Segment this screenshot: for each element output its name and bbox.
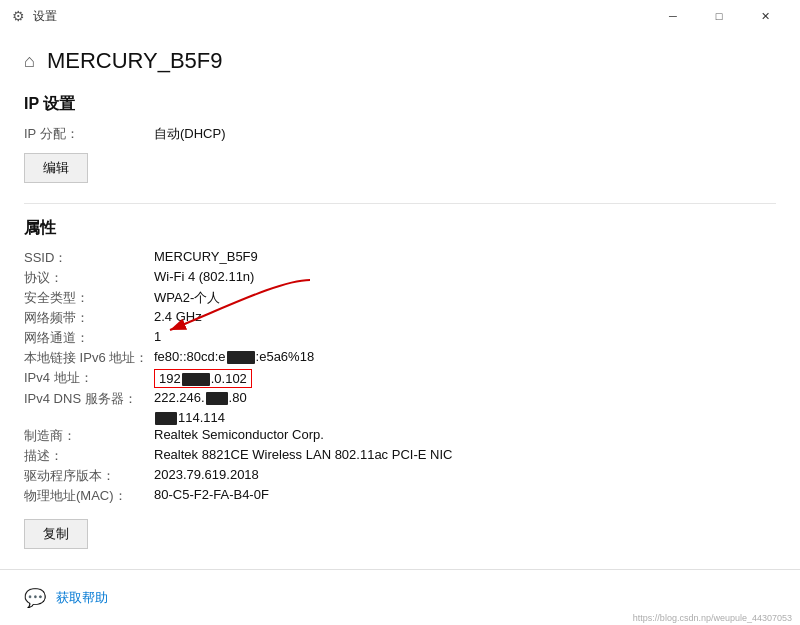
ipv6-label: 本地链接 IPv6 地址： xyxy=(24,349,154,367)
ipv6-row: 本地链接 IPv6 地址： fe80::80cd:e:e5a6%18 xyxy=(24,349,776,367)
protocol-row: 协议： Wi-Fi 4 (802.11n) xyxy=(24,269,776,287)
ssid-label: SSID： xyxy=(24,249,154,267)
channel-label: 网络通道： xyxy=(24,329,154,347)
ipv4-row: IPv4 地址： 192.0.102 xyxy=(24,369,776,388)
footer-bar: 💬 获取帮助 xyxy=(0,569,800,625)
security-label: 安全类型： xyxy=(24,289,154,307)
copy-button[interactable]: 复制 xyxy=(24,519,88,549)
help-icon: 💬 xyxy=(24,587,46,609)
protocol-label: 协议： xyxy=(24,269,154,287)
divider-1 xyxy=(24,203,776,204)
manufacturer-value: Realtek Semiconductor Corp. xyxy=(154,427,324,442)
settings-icon: ⚙ xyxy=(12,8,25,24)
title-bar: ⚙ 设置 ─ □ ✕ xyxy=(0,0,800,32)
ip-settings-section: IP 设置 IP 分配： 自动(DHCP) 编辑 xyxy=(24,94,776,183)
ipv4-highlight-box: 192.0.102 xyxy=(154,369,252,388)
band-row: 网络频带： 2.4 GHz xyxy=(24,309,776,327)
ip-allocation-row: IP 分配： 自动(DHCP) xyxy=(24,125,776,143)
ssid-value: MERCURY_B5F9 xyxy=(154,249,258,264)
driver-value: 2023.79.619.2018 xyxy=(154,467,259,482)
driver-label: 驱动程序版本： xyxy=(24,467,154,485)
properties-section: 属性 SSID： MERCURY_B5F9 协议： Wi-Fi 4 (802.1… xyxy=(24,218,776,549)
close-button[interactable]: ✕ xyxy=(742,0,788,32)
band-label: 网络频带： xyxy=(24,309,154,327)
edit-button[interactable]: 编辑 xyxy=(24,153,88,183)
ipv6-suffix: :e5a6%18 xyxy=(256,349,315,364)
driver-row: 驱动程序版本： 2023.79.619.2018 xyxy=(24,467,776,485)
dns-redacted-1 xyxy=(206,392,228,405)
mac-value: 80-C5-F2-FA-B4-0F xyxy=(154,487,269,502)
ipv4-label: IPv4 地址： xyxy=(24,369,154,387)
security-row: 安全类型： WPA2-个人 xyxy=(24,289,776,307)
page-header: ⌂ MERCURY_B5F9 xyxy=(24,48,776,74)
band-value: 2.4 GHz xyxy=(154,309,202,324)
manufacturer-row: 制造商： Realtek Semiconductor Corp. xyxy=(24,427,776,445)
properties-title: 属性 xyxy=(24,218,776,239)
description-value: Realtek 8821CE Wireless LAN 802.11ac PCI… xyxy=(154,447,452,462)
ipv6-redacted-1 xyxy=(227,351,255,364)
settings-window: ⚙ 设置 ─ □ ✕ ⌂ MERCURY_B5F9 IP 设置 IP 分配： 自… xyxy=(0,0,800,625)
minimize-button[interactable]: ─ xyxy=(650,0,696,32)
manufacturer-label: 制造商： xyxy=(24,427,154,445)
ipv4-redacted xyxy=(182,373,210,386)
channel-row: 网络通道： 1 xyxy=(24,329,776,347)
ip-section-title: IP 设置 xyxy=(24,94,776,115)
help-link[interactable]: 获取帮助 xyxy=(56,589,108,607)
description-label: 描述： xyxy=(24,447,154,465)
dns-value: 222.246..80 xyxy=(154,390,247,405)
mac-label: 物理地址(MAC)： xyxy=(24,487,154,505)
title-bar-left: ⚙ 设置 xyxy=(12,8,650,25)
channel-value: 1 xyxy=(154,329,161,344)
title-bar-text: 设置 xyxy=(33,8,57,25)
mac-row: 物理地址(MAC)： 80-C5-F2-FA-B4-0F xyxy=(24,487,776,505)
ip-allocation-value: 自动(DHCP) xyxy=(154,125,226,143)
description-row: 描述： Realtek 8821CE Wireless LAN 802.11ac… xyxy=(24,447,776,465)
security-value: WPA2-个人 xyxy=(154,289,220,307)
dns-row-2: 114.114 xyxy=(24,410,776,425)
ipv4-value: 192.0.102 xyxy=(154,369,252,388)
maximize-button[interactable]: □ xyxy=(696,0,742,32)
dns-redacted-2 xyxy=(155,412,177,425)
dns-value-2: 114.114 xyxy=(154,410,225,425)
protocol-value: Wi-Fi 4 (802.11n) xyxy=(154,269,254,284)
ip-allocation-label: IP 分配： xyxy=(24,125,154,143)
page-title: MERCURY_B5F9 xyxy=(47,48,223,74)
ipv6-value: fe80::80cd:e:e5a6%18 xyxy=(154,349,314,364)
ssid-row: SSID： MERCURY_B5F9 xyxy=(24,249,776,267)
content-area: ⌂ MERCURY_B5F9 IP 设置 IP 分配： 自动(DHCP) 编辑 … xyxy=(0,32,800,569)
dns-label: IPv4 DNS 服务器： xyxy=(24,390,154,408)
dns-row: IPv4 DNS 服务器： 222.246..80 xyxy=(24,390,776,408)
title-bar-controls: ─ □ ✕ xyxy=(650,0,788,32)
home-icon: ⌂ xyxy=(24,51,35,72)
